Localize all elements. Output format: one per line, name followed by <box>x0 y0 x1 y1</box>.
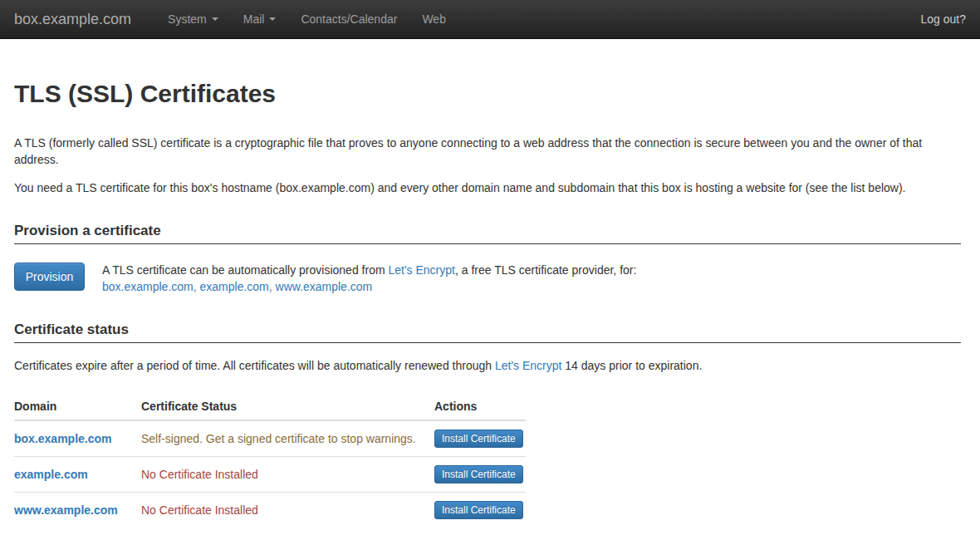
provision-text-after: , a free TLS certificate provider, for: <box>455 263 636 277</box>
status-text-before: Certificates expire after a period of ti… <box>14 359 495 372</box>
logout-link[interactable]: Log out? <box>921 0 980 38</box>
top-navbar: box.example.com System Mail Contacts/Cal… <box>0 0 980 39</box>
domain-link[interactable]: www.example.com <box>14 503 118 517</box>
table-row: box.example.com Self-signed. Get a signe… <box>14 420 526 457</box>
certificate-status-text: Self-signed. Get a signed certificate to… <box>141 432 416 445</box>
domain-link[interactable]: example.com <box>14 468 88 481</box>
column-header-certificate-status: Certificate Status <box>141 391 434 420</box>
lets-encrypt-link[interactable]: Let's Encrypt <box>495 359 562 372</box>
certificate-status-text: No Certificate Installed <box>141 468 258 481</box>
column-header-actions: Actions <box>434 391 526 420</box>
lets-encrypt-link[interactable]: Let's Encrypt <box>388 263 455 277</box>
intro-paragraph-2: You need a TLS certificate for this box'… <box>14 179 961 196</box>
table-row: example.com No Certificate Installed Ins… <box>14 457 526 493</box>
domain-link[interactable]: box.example.com <box>14 432 112 445</box>
nav-item-label: Web <box>422 12 446 26</box>
page-title: TLS (SSL) Certificates <box>14 80 961 108</box>
nav-item-system[interactable]: System <box>155 0 231 38</box>
provision-button[interactable]: Provision <box>14 263 85 291</box>
nav-item-label: Mail <box>243 12 265 26</box>
certificate-status-text: No Certificate Installed <box>141 503 258 517</box>
navbar-brand[interactable]: box.example.com <box>0 0 144 38</box>
table-row: www.example.com No Certificate Installed… <box>14 493 526 528</box>
nav-item-mail[interactable]: Mail <box>231 0 289 38</box>
intro-paragraph-1: A TLS (formerly called SSL) certificate … <box>14 135 961 168</box>
nav-item-label: Contacts/Calendar <box>301 12 397 26</box>
install-certificate-button[interactable]: Install Certificate <box>434 465 523 484</box>
nav-item-contacts-calendar[interactable]: Contacts/Calendar <box>288 0 409 38</box>
install-certificate-button[interactable]: Install Certificate <box>434 430 523 448</box>
provision-domain-list: box.example.com, example.com, www.exampl… <box>102 278 636 295</box>
status-text-after: 14 days prior to expiration. <box>561 359 702 372</box>
main-content: TLS (SSL) Certificates A TLS (formerly c… <box>0 80 980 528</box>
caret-down-icon <box>269 17 276 21</box>
provision-row: Provision A TLS certificate can be autom… <box>14 263 961 295</box>
column-header-domain: Domain <box>14 391 141 420</box>
status-description: Certificates expire after a period of ti… <box>14 357 961 374</box>
install-certificate-button[interactable]: Install Certificate <box>434 501 523 519</box>
table-header-row: Domain Certificate Status Actions <box>14 391 526 420</box>
provision-section-heading: Provision a certificate <box>14 221 961 244</box>
provision-description: A TLS certificate can be automatically p… <box>102 262 636 295</box>
caret-down-icon <box>212 17 218 21</box>
navbar-menu: System Mail Contacts/Calendar Web <box>155 0 458 38</box>
nav-item-label: System <box>168 12 207 26</box>
provision-text-before: A TLS certificate can be automatically p… <box>102 263 388 277</box>
status-section-heading: Certificate status <box>14 320 961 343</box>
certificate-table: Domain Certificate Status Actions box.ex… <box>14 391 526 528</box>
provision-domains-links[interactable]: box.example.com, example.com, www.exampl… <box>102 280 372 293</box>
nav-item-web[interactable]: Web <box>409 0 458 38</box>
